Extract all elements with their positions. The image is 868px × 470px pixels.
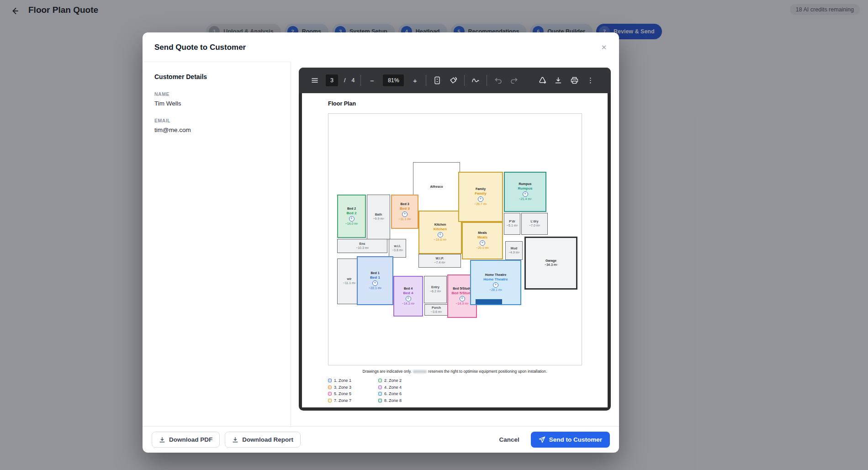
room-name: Porch (432, 306, 441, 310)
page-total: 4 (351, 77, 355, 84)
room-name: w.i.l. (394, 244, 401, 248)
room-area: ~22.1 m² (369, 286, 381, 290)
fit-page-icon[interactable] (432, 75, 442, 85)
equipment-marker-icon: + (406, 296, 411, 301)
floor-plan-room-entry: Entry~6.2 m² (424, 276, 447, 303)
room-area: ~3.8 m² (392, 248, 403, 253)
legend-column-left: 1. Zone 13. Zone 35. Zone 57. Zone 7 (328, 377, 351, 404)
modal-footer: Download PDF Download Report Cancel Send… (143, 426, 619, 453)
customer-details-panel: Customer Details NAME Tim Wells EMAIL ti… (143, 62, 291, 426)
legend-item: 6. Zone 6 (378, 391, 402, 397)
room-zone-name: Bed 2 (347, 211, 357, 216)
floor-plan-room-bed-1: Bed 1Bed 1+~22.1 m² (357, 256, 393, 305)
legend-label: 5. Zone 5 (334, 391, 351, 396)
room-name: W.I.P. (436, 257, 444, 261)
zone-color-swatch (378, 392, 382, 396)
download-report-button[interactable]: Download Report (225, 432, 301, 448)
zoom-in-button[interactable]: + (410, 75, 420, 85)
legend-item: 7. Zone 7 (328, 397, 351, 404)
rotate-icon[interactable] (448, 75, 458, 85)
pdf-viewer: 3 / 4 − 81% + (299, 68, 611, 411)
room-area: ~26.7 m² (474, 202, 487, 206)
cancel-button[interactable]: Cancel (492, 432, 525, 447)
legend-label: 4. Zone 4 (384, 385, 402, 390)
room-area: ~28.1 m² (489, 288, 502, 292)
equipment-marker-icon: + (478, 196, 483, 202)
room-area: ~10.3 m² (356, 246, 369, 250)
room-area: ~4.9 m² (508, 251, 519, 255)
room-area: ~34.3 m² (545, 263, 557, 267)
equipment-marker-icon: + (460, 296, 465, 301)
zoom-level-input[interactable]: 81% (383, 74, 404, 86)
redo-icon[interactable] (509, 75, 519, 85)
floor-plan-room-meals: MealsMeals+~20.0 m² (462, 222, 503, 259)
room-area: ~21.4 m² (519, 197, 532, 201)
send-to-customer-button[interactable]: Send to Customer (531, 432, 610, 448)
legend-label: 8. Zone 8 (384, 398, 402, 403)
equipment-strip (476, 299, 502, 305)
ink-pen-icon[interactable] (471, 75, 481, 85)
download-icon (232, 437, 238, 443)
toolbar-divider (426, 75, 426, 86)
legend-item: 1. Zone 1 (328, 377, 351, 384)
download-icon (159, 437, 165, 443)
room-name: Bath (375, 213, 382, 217)
toolbar-divider (464, 75, 465, 86)
redacted-company-name (413, 370, 427, 373)
legend-item: 4. Zone 4 (378, 384, 402, 391)
equipment-marker-icon: + (438, 232, 443, 238)
room-name: L'dry (531, 220, 539, 224)
room-area: ~3.6 m² (431, 310, 442, 314)
legend-label: 6. Zone 6 (384, 391, 402, 396)
print-icon[interactable] (569, 75, 579, 85)
close-icon[interactable]: ✕ (599, 42, 609, 53)
zone-color-swatch (328, 392, 332, 396)
room-name: Bed 5/Study (453, 287, 471, 291)
legend-label: 7. Zone 7 (334, 398, 351, 403)
kebab-menu-icon[interactable]: ⋮ (585, 75, 595, 85)
equipment-marker-icon: + (349, 216, 355, 222)
download-icon[interactable] (553, 75, 563, 85)
floor-plan-room-p-dr: P'dr~5.1 m² (504, 213, 520, 235)
customer-name: Tim Wells (154, 100, 279, 107)
toolbar-divider (487, 75, 487, 86)
room-zone-name: Bed 4 (403, 291, 413, 296)
room-name: Ens (360, 242, 365, 246)
room-area: ~7.0 m² (529, 224, 540, 228)
floor-plan-room-bed-4: Bed 4Bed 4+~14.3 m² (393, 276, 423, 317)
room-name: Family (476, 187, 486, 191)
send-quote-modal: Send Quote to Customer ✕ Customer Detail… (143, 32, 619, 453)
room-name: Bed 3 (400, 202, 409, 206)
floor-plan-room-mud: Mud~4.9 m² (505, 241, 523, 260)
room-name: Bed 1 (370, 271, 379, 275)
floor-plan-room-bed-3: Bed 3Bed 3+~11.1 m² (391, 195, 418, 229)
zoom-out-button[interactable]: − (367, 75, 377, 85)
customer-details-heading: Customer Details (154, 73, 279, 80)
room-zone-name: Meals (477, 235, 487, 240)
email-label: EMAIL (154, 118, 279, 123)
undo-icon[interactable] (493, 75, 503, 85)
room-name: Bed 4 (404, 287, 413, 291)
floor-plan-room-l-dry: L'dry~7.0 m² (521, 213, 548, 235)
room-area: ~9.9 m² (373, 217, 384, 221)
zone-color-swatch (378, 386, 382, 389)
room-name: Meals (478, 231, 487, 235)
equipment-marker-icon: + (493, 282, 498, 288)
room-name: Garage (545, 259, 556, 263)
room-zone-name: Rumpus (518, 186, 533, 191)
modal-header: Send Quote to Customer ✕ (143, 32, 619, 62)
room-zone-name: Family (475, 191, 486, 196)
pdf-page: Floor Plan AlfrescoBath~9.9 m²Ens~10.3 m… (302, 93, 608, 407)
menu-icon[interactable] (310, 75, 320, 85)
room-area: ~14.0 m² (345, 222, 358, 226)
floor-plan-room-rumpus: RumpusRumpus+~21.4 m² (504, 172, 546, 212)
add-image-icon[interactable] (537, 75, 547, 85)
equipment-marker-icon: + (523, 191, 528, 197)
download-pdf-button[interactable]: Download PDF (152, 432, 220, 448)
page-number-input[interactable]: 3 (326, 74, 338, 86)
name-label: NAME (154, 91, 279, 97)
room-area: ~14.3 m² (402, 302, 415, 306)
room-zone-name: Bed 5/Study (451, 291, 472, 296)
zone-color-swatch (378, 399, 382, 402)
legend-item: 5. Zone 5 (328, 391, 351, 397)
